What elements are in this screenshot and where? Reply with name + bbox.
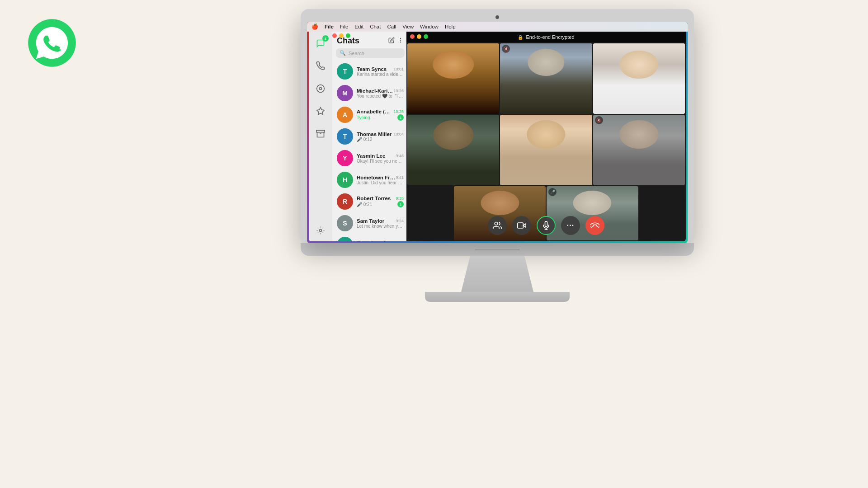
mic-button[interactable] <box>537 216 556 235</box>
more-button[interactable]: ··· <box>561 216 580 235</box>
call-controls: ··· <box>488 216 604 235</box>
chat-preview: You reacted 🖤 to: "I'll talk about th...… <box>357 94 404 99</box>
video-fullscreen-btn[interactable] <box>424 34 428 39</box>
preview-row: 🎤 0:12 <box>357 137 404 142</box>
svg-point-7 <box>400 38 401 38</box>
compose-icon[interactable] <box>388 37 395 45</box>
chat-item-4[interactable]: Y Yasmin Lee 9:46 Okay! I'll see you nex… <box>334 147 406 169</box>
sidebar-bottom <box>309 223 332 241</box>
chat-item-2[interactable]: A Annabelle (Work) 10:25 Typing... 1 <box>334 104 406 126</box>
preview-row: Okay! I'll see you next week <box>357 159 404 164</box>
video-cell-5 <box>500 115 592 185</box>
svg-point-6 <box>320 230 322 232</box>
end-call-button[interactable] <box>585 216 604 235</box>
chat-preview: Okay! I'll see you next week <box>357 159 404 164</box>
chat-info: Robert Torres 9:35 🎤 0:21 1 <box>357 196 404 207</box>
chat-item-6[interactable]: R Robert Torres 9:35 🎤 0:21 1 <box>334 191 406 212</box>
sidebar-item-status[interactable] <box>313 81 328 96</box>
chat-name: Thomas Miller <box>357 131 392 137</box>
menu-edit[interactable]: Edit <box>354 24 363 29</box>
chat-name-row: Annabelle (Work) 10:25 <box>357 109 404 114</box>
menu-file[interactable]: File <box>340 24 349 29</box>
video-close-btn[interactable] <box>410 34 415 39</box>
chat-item-0[interactable]: T Team Syncs 10:01 Karina started a vide… <box>334 61 406 82</box>
sidebar-item-archive[interactable] <box>313 127 328 141</box>
sidebar-item-starred[interactable] <box>313 104 328 118</box>
chat-time: 10:26 <box>393 89 404 93</box>
chat-item-1[interactable]: M Michael-Karina-Rebecca 10:26 You react… <box>334 82 406 104</box>
menu-view[interactable]: View <box>402 24 414 29</box>
sidebar-item-calls[interactable] <box>313 59 328 73</box>
options-icon[interactable] <box>397 37 404 45</box>
chat-name-row: Team Syncs 10:01 <box>357 66 404 72</box>
preview-row: 🎤 0:21 1 <box>357 201 404 207</box>
mic-muted-6: 🔇 <box>595 116 603 124</box>
app-name[interactable]: File <box>325 24 334 29</box>
chat-header-actions <box>388 37 404 45</box>
chat-list: T Team Syncs 10:01 Karina started a vide… <box>332 61 408 241</box>
chat-item-8[interactable]: T Team Lunch Meetups 9:20 Typing... <box>334 234 406 241</box>
menu-window[interactable]: Window <box>420 24 439 29</box>
chat-time: 10:04 <box>393 132 404 136</box>
fullscreen-button[interactable] <box>346 33 350 38</box>
chat-name: Yasmin Lee <box>357 153 385 159</box>
svg-marker-11 <box>523 224 526 227</box>
chat-item-7[interactable]: S Sam Taylor 9:24 Let me know when you'r… <box>334 212 406 234</box>
chat-name: Robert Torres <box>357 196 391 201</box>
chat-info: Annabelle (Work) 10:25 Typing... 1 <box>357 109 404 121</box>
encryption-label: End-to-end Encrypted <box>526 34 574 40</box>
chat-badge: 3 <box>322 35 329 42</box>
chat-traffic-lights <box>332 33 350 38</box>
imac-display: 🍎 File File Edit Chat Call View Window H… <box>127 9 868 488</box>
mic-active-indicator: 🎤 <box>548 188 557 196</box>
menu-chat[interactable]: Chat <box>370 24 381 29</box>
svg-point-10 <box>495 222 498 225</box>
video-cell-4 <box>407 115 499 185</box>
chat-name-row: Robert Torres 9:35 <box>357 196 404 201</box>
chat-preview: 🎤 0:12 <box>357 137 372 142</box>
sidebar-item-settings[interactable] <box>313 223 328 238</box>
chat-name-row: Yasmin Lee 9:46 <box>357 153 404 159</box>
preview-row: Karina started a video call <box>357 72 404 77</box>
video-cell-3 <box>593 43 685 114</box>
apple-menu[interactable]: 🍎 <box>311 23 318 30</box>
menu-bar: 🍎 File File Edit Chat Call View Window H… <box>307 22 688 32</box>
preview-row: You reacted 🖤 to: "I'll talk about th...… <box>357 94 404 99</box>
video-cell-2: 🔇 <box>500 43 592 114</box>
chat-preview: Justin: Did you hear about what's going.… <box>357 180 404 185</box>
preview-row: Typing... 1 <box>357 114 404 121</box>
avatar: S <box>337 215 353 231</box>
avatar: M <box>337 85 353 101</box>
chat-info: Hometown Friends 9:41 Justin: Did you he… <box>357 175 404 185</box>
avatar: A <box>337 107 353 123</box>
camera-button[interactable] <box>512 216 531 235</box>
preview-row: Let me know when you're done! <box>357 224 404 229</box>
avatar: T <box>337 237 353 241</box>
preview-row: Justin: Did you hear about what's going.… <box>357 180 404 185</box>
sidebar-nav: 3 <box>309 32 332 241</box>
search-box[interactable]: 🔍 Search <box>336 48 405 58</box>
chat-time: 10:01 <box>393 67 404 71</box>
chat-info: Michael-Karina-Rebecca 10:26 You reacted… <box>357 88 404 99</box>
svg-marker-3 <box>317 108 325 115</box>
chat-name: Hometown Friends <box>357 175 396 180</box>
chat-name-row: Thomas Miller 10:04 <box>357 131 404 137</box>
screen-bezel: 🍎 File File Edit Chat Call View Window H… <box>301 9 694 243</box>
chat-name: Team Lunch Meetups <box>357 240 396 242</box>
menu-call[interactable]: Call <box>387 24 396 29</box>
menu-help[interactable]: Help <box>445 24 456 29</box>
minimize-button[interactable] <box>339 33 344 38</box>
sidebar-item-chats[interactable]: 3 <box>313 36 328 51</box>
chat-name-row: Michael-Karina-Rebecca 10:26 <box>357 88 404 94</box>
chat-info: Thomas Miller 10:04 🎤 0:12 <box>357 131 404 142</box>
unread-badge: 1 <box>397 201 404 207</box>
video-minimize-btn[interactable] <box>417 34 421 39</box>
chat-name-row: Sam Taylor 9:24 <box>357 218 404 224</box>
chat-preview: Let me know when you're done! <box>357 224 404 229</box>
chat-item-3[interactable]: T Thomas Miller 10:04 🎤 0:12 <box>334 126 406 147</box>
close-button[interactable] <box>332 33 337 38</box>
avatar: T <box>337 128 353 145</box>
chat-item-5[interactable]: H Hometown Friends 9:41 Justin: Did you … <box>334 169 406 191</box>
participants-button[interactable] <box>488 216 507 235</box>
imac-stand <box>452 256 542 292</box>
